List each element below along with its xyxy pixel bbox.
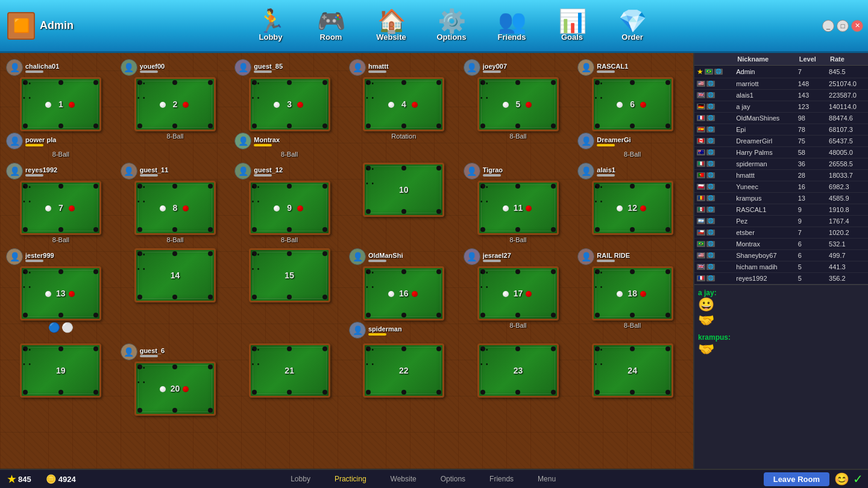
- leave-room-button[interactable]: Leave Room: [764, 472, 829, 486]
- maximize-button[interactable]: □: [837, 20, 849, 32]
- pool-table-20[interactable]: 20: [134, 361, 216, 416]
- room-cell[interactable]: 22: [349, 343, 459, 416]
- table-row[interactable]: 🇪🇸 🌐 Epi 78 68107.3: [694, 124, 868, 136]
- table-row[interactable]: 🇨🇦 🌐 DreamerGirl 75 65437.5: [694, 136, 868, 147]
- room-player2: 👤 DreamerGi: [577, 133, 687, 149]
- room-cell[interactable]: 👤 Tigrao 11 8-Ba: [464, 163, 573, 243]
- table-row[interactable]: 🇦🇷 🌐 Pez 9 1767.4: [694, 216, 868, 227]
- pool-table-4[interactable]: 4: [363, 77, 444, 131]
- emoji-button[interactable]: 😊: [834, 472, 849, 486]
- table-row[interactable]: 🇦🇺 🌐 Harry Palms 58 48005.0: [694, 147, 868, 158]
- room-cell[interactable]: 19: [6, 343, 116, 416]
- table-row[interactable]: 🇺🇸 🌐 marriott 148 251074.0: [694, 78, 868, 90]
- room-cell[interactable]: 👤 RAIL RIDE 18 8: [577, 248, 687, 339]
- room-cell[interactable]: 👤 guest_85 3: [234, 59, 344, 158]
- bottom-nav-friends[interactable]: Friends: [477, 469, 526, 488]
- pool-table-2[interactable]: 2: [134, 77, 216, 131]
- room-cell[interactable]: 👤 hmattt 4 Rotat: [349, 59, 459, 158]
- bottom-nav-practicing[interactable]: Practicing: [322, 469, 379, 488]
- room-cell[interactable]: 14: [121, 248, 230, 339]
- nav-friends[interactable]: 👥 Friends: [488, 10, 536, 42]
- room-cell[interactable]: 👤 OldManShi 16: [349, 248, 459, 339]
- bottom-nav-lobby[interactable]: Lobby: [278, 469, 322, 488]
- pool-table-14[interactable]: 14: [134, 248, 216, 302]
- room-cell[interactable]: 👤 guest_11 8 8-B: [121, 163, 230, 243]
- bottom-nav-options[interactable]: Options: [429, 469, 477, 488]
- pool-table-3[interactable]: 3: [249, 77, 330, 131]
- bottom-nav-menu[interactable]: Menu: [526, 469, 568, 488]
- players-table[interactable]: Nickname Level Rate ★ 🇧🇷 🌐 Admin 7 845.5: [694, 53, 868, 284]
- room-cell[interactable]: 👤 jester999 13 �: [6, 248, 116, 339]
- room-cell[interactable]: 👤 joey007 5 8-Ba: [464, 59, 573, 158]
- pool-table-10[interactable]: 10: [363, 163, 444, 217]
- pocket-bl: [137, 408, 142, 413]
- player1-avatar: 👤: [464, 59, 480, 76]
- room-cell[interactable]: 👤 guest_12 9 8-B: [234, 163, 344, 243]
- pool-table-1[interactable]: 1: [20, 77, 101, 131]
- table-row[interactable]: 🇺🇸 🌐 Shaneyboy67 6 499.7: [694, 250, 868, 261]
- pool-table-12[interactable]: 12: [592, 181, 673, 235]
- pool-table-19[interactable]: 19: [20, 343, 101, 398]
- table-row[interactable]: 🇵🇱 🌐 Yuneec 16 6982.3: [694, 181, 868, 193]
- pool-table-18[interactable]: 18: [592, 266, 673, 321]
- pool-table-13[interactable]: 13: [20, 266, 101, 321]
- room-cell[interactable]: 23: [464, 343, 573, 416]
- object-ball: [640, 102, 646, 108]
- nav-order[interactable]: 💎 Order: [608, 10, 656, 42]
- room-cell[interactable]: 👤 chalicha01 1: [6, 59, 116, 158]
- pool-table-5[interactable]: 5: [477, 77, 559, 131]
- pool-table-11[interactable]: 11: [477, 181, 559, 235]
- nav-lobby[interactable]: 🏃 Lobby: [247, 10, 295, 42]
- room-cell[interactable]: 24: [577, 343, 687, 416]
- player1-avatar: 👤: [577, 59, 594, 76]
- nav-room[interactable]: 🎮 Room: [307, 10, 355, 42]
- table-row[interactable]: 🇲🇽 🌐 RASCAL1 9 1910.8: [694, 204, 868, 216]
- table-row[interactable]: 🇩🇪 🌐 a jay 123 140114.0: [694, 101, 868, 113]
- room-cell[interactable]: 👤 guest_6 20: [121, 343, 230, 416]
- options-icon: ⚙️: [438, 10, 466, 33]
- room-cell[interactable]: 👤 jesrael27 17 8: [464, 248, 573, 339]
- pocket-tl: [480, 269, 485, 274]
- table-row[interactable]: 🇧🇷 🌐 Montrax 6 532.1: [694, 239, 868, 250]
- table-row[interactable]: 🇫🇷 🌐 OldManShines 98 88474.6: [694, 113, 868, 124]
- pool-table-16[interactable]: 16: [363, 266, 444, 321]
- check-button[interactable]: ✓: [853, 472, 863, 486]
- bottom-nav-website[interactable]: Website: [379, 469, 429, 488]
- row-rate: 140114.0: [826, 101, 868, 113]
- nav-website[interactable]: 🏠 Website: [367, 10, 415, 42]
- pool-table-7[interactable]: 7: [20, 181, 101, 235]
- pool-table-8[interactable]: 8: [134, 181, 216, 235]
- pool-table-9[interactable]: 9: [249, 181, 330, 235]
- table-row[interactable]: 🇫🇷 🌐 reyes1992 5 356.2: [694, 273, 868, 284]
- minimize-button[interactable]: _: [822, 20, 834, 32]
- pool-table-15[interactable]: 15: [249, 248, 330, 302]
- room-cell[interactable]: 10: [349, 163, 459, 243]
- pool-table-6[interactable]: 6: [592, 77, 673, 131]
- table-row[interactable]: 🇬🇧 🌐 hicham madih 5 441.3: [694, 261, 868, 273]
- room-cell[interactable]: 21: [234, 343, 344, 416]
- table-row[interactable]: 🇨🇱 🌐 etsber 7 1020.2: [694, 227, 868, 239]
- nav-goals[interactable]: 📊 Goals: [548, 10, 596, 42]
- pool-table-22[interactable]: 22: [363, 343, 444, 398]
- table-row[interactable]: 🇮🇹 🌐 spiderman 36 26558.5: [694, 158, 868, 170]
- pool-table-24[interactable]: 24: [592, 343, 673, 398]
- table-row[interactable]: 🇷🇴 🌐 krampus 13 4585.9: [694, 193, 868, 204]
- table-row[interactable]: 🇵🇹 🌐 hmattt 28 18033.7: [694, 170, 868, 181]
- room-cell[interactable]: 15: [234, 248, 344, 339]
- room-cell[interactable]: 👤 alais1 12: [577, 163, 687, 243]
- table-row[interactable]: ★ 🇧🇷 🌐 Admin 7 845.5: [694, 66, 868, 78]
- room-cell[interactable]: 👤 youef00 2 8-Ba: [121, 59, 230, 158]
- pocket-bm: [58, 227, 63, 232]
- pool-table-17[interactable]: 17: [477, 266, 559, 321]
- room-cell[interactable]: 👤 RASCAL1 6: [577, 59, 687, 158]
- player2-info: DreamerGi: [597, 136, 631, 146]
- nav-options[interactable]: ⚙️ Options: [427, 10, 476, 42]
- table-area[interactable]: 👤 chalicha01 1: [0, 53, 693, 469]
- room-cell[interactable]: 👤 reyes1992 7 8-: [6, 163, 116, 243]
- table-row[interactable]: 🇬🇧 🌐 alais1 143 223587.0: [694, 90, 868, 101]
- row-nickname: Admin: [734, 66, 796, 78]
- pocket-br: [551, 227, 556, 232]
- pool-table-21[interactable]: 21: [249, 343, 330, 398]
- close-button[interactable]: ✕: [851, 20, 863, 32]
- pool-table-23[interactable]: 23: [477, 343, 559, 398]
